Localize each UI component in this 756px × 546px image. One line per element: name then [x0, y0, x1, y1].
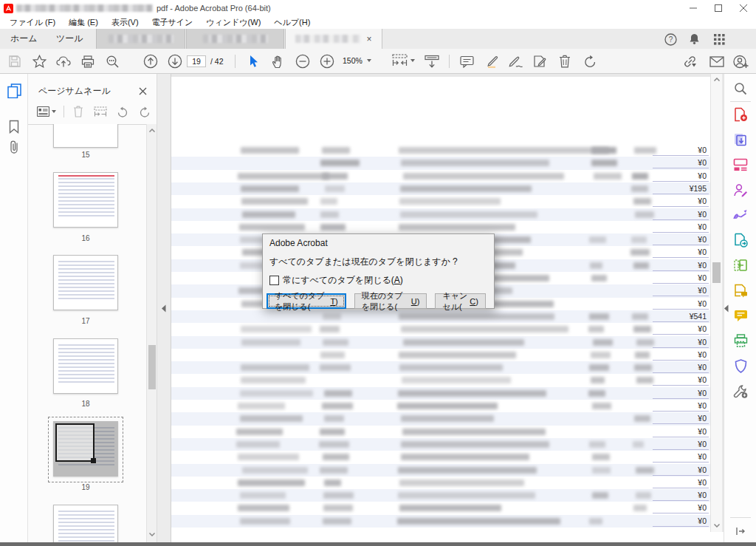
table-row: ¥0	[171, 438, 710, 451]
request-signatures-tool-icon[interactable]	[731, 180, 750, 199]
scroll-mode-icon[interactable]	[422, 51, 442, 72]
checkbox-box[interactable]	[269, 276, 279, 285]
document-tab-2[interactable]	[186, 29, 284, 49]
notifications-bell-icon[interactable]	[685, 31, 703, 47]
collapse-left-panel-icon[interactable]	[161, 304, 166, 313]
page-thumbnail-18[interactable]	[53, 338, 118, 394]
minimize-button[interactable]	[681, 0, 706, 16]
fill-sign-pen-icon[interactable]	[506, 51, 526, 72]
panel-splitter[interactable]	[157, 74, 171, 542]
scan-ocr-tool-icon[interactable]	[731, 256, 750, 275]
redacted-cell	[635, 352, 650, 358]
page-thumbnail-20[interactable]	[53, 505, 118, 542]
page-thumbnails-panel-icon[interactable]	[4, 81, 24, 100]
page-thumbnail-19[interactable]	[53, 421, 118, 477]
previous-page-icon[interactable]	[140, 51, 161, 72]
comment-tool-icon[interactable]	[731, 306, 750, 325]
table-row: ¥0	[171, 515, 710, 528]
share-link-icon[interactable]	[679, 51, 700, 72]
redacted-cell	[320, 429, 345, 435]
panel-close-icon[interactable]	[136, 84, 149, 98]
page-number-input[interactable]: 19	[187, 55, 206, 67]
crop-pages-icon[interactable]	[92, 104, 109, 119]
rotate-ccw-icon[interactable]	[114, 104, 131, 119]
rotate-page-icon[interactable]	[580, 51, 600, 72]
redacted-cell	[320, 352, 345, 358]
vertical-scrollbar[interactable]	[710, 74, 722, 532]
edit-pdf-tool-icon[interactable]	[731, 155, 750, 174]
menu-item-0[interactable]: ファイル (F)	[3, 17, 62, 28]
menu-item-3[interactable]: 電子サイン	[145, 17, 200, 28]
page-thumbnail-17[interactable]	[53, 255, 118, 310]
view-rectangle-resize-handle[interactable]	[91, 458, 96, 463]
delete-thumbnail-icon[interactable]	[70, 104, 86, 119]
protect-tool-icon[interactable]	[731, 356, 750, 375]
print-icon[interactable]	[78, 51, 98, 72]
thumbnail-view-rectangle[interactable]	[55, 423, 94, 462]
cancel-button[interactable]: キャンセル(C)	[435, 293, 486, 309]
next-page-icon[interactable]	[165, 51, 185, 72]
title-bar: pdf - Adobe Acrobat Pro (64-bit)	[0, 0, 756, 16]
app-grid-icon[interactable]	[710, 31, 728, 47]
zoom-out-icon[interactable]	[292, 51, 313, 72]
create-pdf-tool-icon[interactable]	[731, 105, 750, 124]
document-tab-active[interactable]: ×	[285, 29, 382, 49]
help-icon[interactable]: ?	[662, 31, 679, 47]
tab-tools[interactable]: ツール	[53, 29, 86, 49]
page-fit-dropdown[interactable]	[392, 53, 415, 68]
star-favorite-icon[interactable]	[29, 51, 49, 72]
table-row: ¥0	[171, 195, 710, 208]
thumbnail-scrollbar-thumb[interactable]	[148, 345, 156, 389]
zoom-in-icon[interactable]	[317, 51, 337, 72]
bookmarks-panel-icon[interactable]	[4, 117, 24, 136]
share-upload-icon[interactable]	[53, 51, 74, 72]
menu-item-5[interactable]: ヘルプ(H)	[267, 17, 317, 28]
maximize-button[interactable]	[706, 0, 731, 16]
amount-cell: ¥0	[653, 273, 709, 284]
thumbnail-options-icon[interactable]	[35, 104, 58, 119]
document-tab-1[interactable]	[96, 29, 185, 49]
highlight-pen-icon[interactable]	[482, 51, 503, 72]
menu-item-1[interactable]: 編集 (E)	[62, 17, 105, 28]
find-loupe-icon[interactable]	[102, 51, 123, 72]
print-production-tool-icon[interactable]	[731, 331, 750, 350]
fill-sign-tool-icon[interactable]	[731, 205, 750, 225]
redacted-cell	[320, 467, 348, 474]
delete-page-icon[interactable]	[554, 51, 575, 72]
redacted-cell	[240, 415, 303, 422]
redacted-cell	[631, 236, 647, 243]
tab-home[interactable]: ホーム	[7, 29, 41, 49]
rotate-cw-icon[interactable]	[137, 104, 153, 119]
tab-close-icon[interactable]: ×	[366, 35, 371, 44]
edit-page-icon[interactable]	[529, 51, 550, 72]
vertical-scrollbar-thumb[interactable]	[712, 262, 721, 283]
redacted-cell	[398, 492, 535, 499]
redacted-cell	[401, 454, 529, 460]
compare-files-tool-icon[interactable]	[731, 281, 750, 300]
page-thumbnail-15[interactable]	[53, 124, 118, 148]
close-current-tab-button[interactable]: 現在のタブを閉じる(U)	[354, 293, 427, 309]
menu-item-4[interactable]: ウィンドウ(W)	[199, 17, 267, 28]
email-icon[interactable]	[707, 51, 727, 72]
send-for-review-tool-icon[interactable]	[731, 231, 750, 250]
more-tools-icon[interactable]	[731, 381, 750, 400]
hand-tool-icon[interactable]	[268, 51, 289, 72]
thumbnail-scrollbar[interactable]	[146, 124, 157, 542]
redacted-cell	[632, 313, 648, 320]
menu-item-2[interactable]: 表示(V)	[105, 17, 145, 28]
redacted-cell	[631, 185, 648, 192]
page-thumbnail-16[interactable]	[53, 172, 118, 228]
collapse-right-panel-icon[interactable]	[724, 304, 729, 313]
always-close-all-checkbox[interactable]: 常にすべてのタブを閉じる(A)	[269, 274, 403, 287]
zoom-level-dropdown[interactable]: 150%	[343, 56, 371, 65]
add-user-icon[interactable]	[730, 51, 751, 72]
attachments-panel-icon[interactable]	[4, 137, 24, 157]
comment-icon[interactable]	[456, 51, 477, 72]
search-tool-icon[interactable]	[731, 79, 750, 98]
close-button[interactable]	[731, 0, 756, 16]
save-icon[interactable]	[4, 51, 25, 72]
collapse-rail-icon[interactable]	[731, 522, 750, 541]
close-all-tabs-button[interactable]: すべてのタブを閉じる(T)	[267, 293, 346, 309]
select-tool-icon[interactable]	[244, 51, 264, 72]
export-pdf-tool-icon[interactable]	[731, 130, 750, 149]
